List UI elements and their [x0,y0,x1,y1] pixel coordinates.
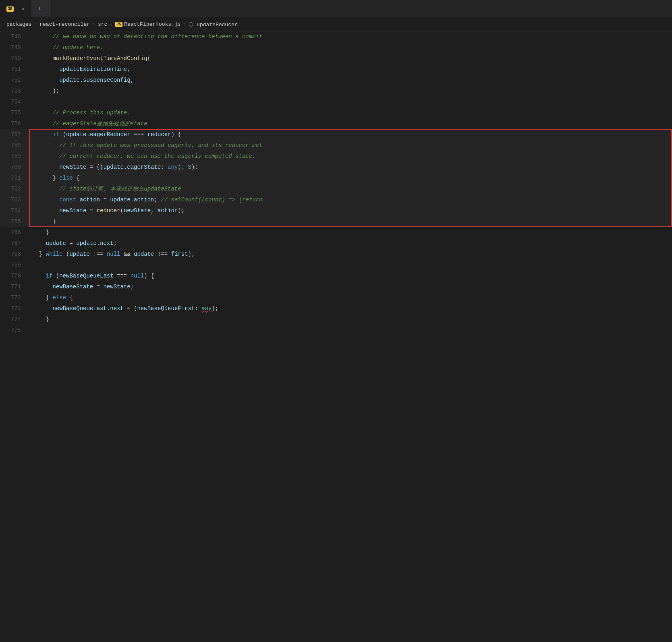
line-content: // eagerState是预先处理的state [29,118,672,129]
variable-token: update [69,251,89,257]
property-token: next [100,240,114,246]
code-line: 770 if (newBaseQueueLast === null) { [0,271,672,282]
plain-token: , [127,66,130,72]
plain-token: ); [52,88,59,94]
tab-close-button[interactable]: ✕ [22,6,25,12]
line-content: // state的计算, 本来就是放在updateState [29,184,672,195]
comment-token: // If this update was processed eagerly,… [59,142,262,149]
code-line: 768 } while (update !== null && update !… [0,249,672,260]
variable-token: newBaseQueueFirst [137,305,195,312]
line-content: markRenderEventTimeAndConfig( [29,53,672,64]
plain-token: ) { [144,273,154,279]
plain-token: : [195,305,201,312]
tab-md-file[interactable]: ⬇ [31,0,52,17]
line-number: 751 [0,64,29,75]
breadcrumb-function[interactable]: ⬡ updateReducer [189,21,237,28]
breadcrumb-src[interactable]: src [98,21,107,27]
line-number: 752 [0,75,29,86]
keyword-token: null [107,251,120,257]
plain-token: ; [131,284,134,290]
function-token: markRenderEventTimeAndConfig [52,55,147,62]
variable-token: newState [59,164,86,170]
plain-token: ); [212,305,218,312]
code-line: 771 newBaseState = newState; [0,282,672,292]
variable-token: update [59,77,79,83]
line-number: 758 [0,140,29,151]
line-content: newBaseQueueLast.next = (newBaseQueueFir… [29,303,672,314]
keyword-token: while [46,251,63,257]
breadcrumb: packages › react-reconciler › src › JS R… [0,18,672,31]
code-line: 764 newState = reducer(newState, action)… [0,205,672,216]
plain-token: . [97,240,100,246]
plain-token: ): [178,164,188,170]
code-line: 758 // If this update was processed eage… [0,140,672,151]
variable-token: action [80,197,100,203]
line-number: 750 [0,53,29,64]
breadcrumb-packages[interactable]: packages [6,21,31,27]
keyword-token: else [52,294,66,301]
code-line: 762 // state的计算, 本来就是放在updateState [0,184,672,195]
comment-token: // setCount((count) => {return [161,197,262,203]
plain-token: === [114,273,131,279]
variable-token: newState [124,207,151,214]
breadcrumb-reconciler[interactable]: react-reconciler [39,21,90,27]
variable-token: update [103,164,123,170]
squiggle-token: any [201,305,212,312]
line-number: 769 [0,260,29,271]
code-line: 759 // current reducer, we can use the e… [0,151,672,162]
variable-token: updateExpirationTime [59,66,127,72]
plain-token: = [86,207,96,214]
code-line: 751 updateExpirationTime, [0,64,672,75]
line-number: 762 [0,184,29,195]
property-token: action [134,197,154,203]
line-content: updateExpirationTime, [29,64,672,75]
line-number: 767 [0,238,29,249]
plain-token: { [73,175,80,181]
plain-token: } [39,251,46,257]
code-line: 761 } else { [0,173,672,184]
line-content: newState = ((update.eagerState: any): S)… [29,162,672,173]
property-token: suspenseConfig [83,77,131,83]
line-content: } [29,227,672,238]
plain-token: . [107,305,110,312]
line-number: 764 [0,205,29,216]
js-badge-icon: JS [115,22,122,27]
plain-token: , [131,77,134,83]
plain-token: { [66,294,73,301]
code-line: 750 markRenderEventTimeAndConfig( [0,53,672,64]
code-line: 763 const action = update.action; // set… [0,195,672,205]
md-tab-icon: ⬇ [38,5,41,12]
line-number: 749 [0,42,29,53]
line-content: // If this update was processed eagerly,… [29,140,672,151]
comment-token: // we have no way of detecting the diffe… [52,33,262,40]
code-line: 757 if (update.eagerReducer === reducer)… [0,129,672,140]
line-content: } while (update !== null && update !== f… [29,249,672,260]
variable-token: first [171,251,188,257]
line-content: if (newBaseQueueLast === null) { [29,271,672,282]
line-number: 761 [0,173,29,184]
plain-token: ( [120,207,123,214]
code-line: 769 [0,260,672,271]
tab-js-file[interactable]: JS ✕ [0,0,31,17]
comment-token: // current reducer, we can use the eager… [59,153,255,159]
variable-token: update [46,240,66,246]
line-number: 754 [0,97,29,108]
line-content: // Process this update. [29,108,672,118]
variable-token: newBaseQueueLast [59,273,113,279]
line-content: } else { [29,173,672,184]
breadcrumb-file[interactable]: JS ReactFiberHooks.js [115,21,180,27]
line-number: 755 [0,108,29,118]
plain-token: ) { [171,131,181,138]
plain-token: , [151,207,158,214]
plain-token [76,197,79,203]
plain-token: } [52,175,59,181]
plain-token: ( [52,273,59,279]
line-number: 772 [0,292,29,303]
code-line: 775 [0,325,672,336]
variable-token: newBaseQueueLast [52,305,106,312]
line-content: update.suspenseConfig, [29,75,672,86]
line-number: 765 [0,216,29,227]
plain-token: . [80,77,83,83]
code-line: 748 // we have no way of detecting the d… [0,31,672,42]
line-number: 774 [0,314,29,325]
